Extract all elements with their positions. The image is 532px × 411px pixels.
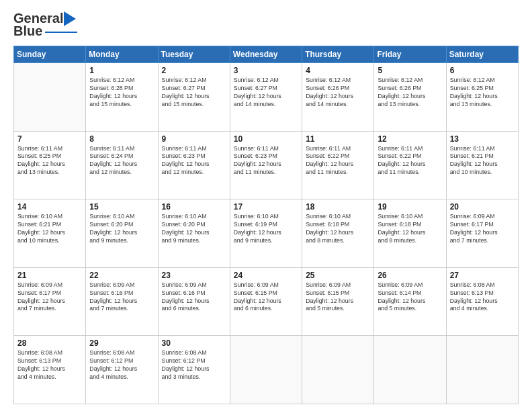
table-row: 12Sunrise: 6:11 AMSunset: 6:22 PMDayligh… xyxy=(374,131,446,199)
day-info: Sunrise: 6:11 AMSunset: 6:22 PMDaylight:… xyxy=(306,145,370,177)
table-row: 5Sunrise: 6:12 AMSunset: 6:26 PMDaylight… xyxy=(374,63,446,132)
day-info: Sunrise: 6:11 AMSunset: 6:21 PMDaylight:… xyxy=(450,145,515,177)
col-wednesday: Wednesday xyxy=(230,46,302,63)
day-info: Sunrise: 6:10 AMSunset: 6:18 PMDaylight:… xyxy=(378,213,442,245)
day-number: 8 xyxy=(89,134,154,144)
table-row: 28Sunrise: 6:08 AMSunset: 6:13 PMDayligh… xyxy=(14,336,86,404)
day-info: Sunrise: 6:09 AMSunset: 6:17 PMDaylight:… xyxy=(17,281,82,314)
table-row: 7Sunrise: 6:11 AMSunset: 6:25 PMDaylight… xyxy=(14,131,86,199)
day-number: 11 xyxy=(306,134,370,144)
col-saturday: Saturday xyxy=(446,46,518,63)
day-info: Sunrise: 6:09 AMSunset: 6:17 PMDaylight:… xyxy=(450,213,515,245)
header: General Blue xyxy=(13,11,519,39)
col-friday: Friday xyxy=(374,46,446,63)
table-row: 29Sunrise: 6:08 AMSunset: 6:12 PMDayligh… xyxy=(86,336,158,404)
day-number: 19 xyxy=(378,202,442,212)
day-info: Sunrise: 6:12 AMSunset: 6:27 PMDaylight:… xyxy=(234,77,298,109)
day-number: 22 xyxy=(89,271,154,280)
table-row xyxy=(14,63,86,132)
day-number: 14 xyxy=(17,202,82,212)
day-number: 1 xyxy=(89,66,154,75)
day-info: Sunrise: 6:10 AMSunset: 6:21 PMDaylight:… xyxy=(17,213,82,245)
table-row: 30Sunrise: 6:08 AMSunset: 6:12 PMDayligh… xyxy=(158,336,230,404)
table-row: 26Sunrise: 6:09 AMSunset: 6:14 PMDayligh… xyxy=(374,267,446,336)
table-row: 14Sunrise: 6:10 AMSunset: 6:21 PMDayligh… xyxy=(14,199,86,268)
day-number: 21 xyxy=(17,271,82,280)
day-info: Sunrise: 6:08 AMSunset: 6:12 PMDaylight:… xyxy=(89,349,154,381)
table-row xyxy=(374,336,446,404)
table-row: 17Sunrise: 6:10 AMSunset: 6:19 PMDayligh… xyxy=(230,199,302,268)
table-row: 4Sunrise: 6:12 AMSunset: 6:26 PMDaylight… xyxy=(302,63,374,132)
table-row: 27Sunrise: 6:08 AMSunset: 6:13 PMDayligh… xyxy=(446,267,518,336)
day-number: 12 xyxy=(378,134,442,144)
col-sunday: Sunday xyxy=(14,46,86,63)
day-number: 6 xyxy=(450,66,515,75)
table-row: 16Sunrise: 6:10 AMSunset: 6:20 PMDayligh… xyxy=(158,199,230,268)
calendar-row: 7Sunrise: 6:11 AMSunset: 6:25 PMDaylight… xyxy=(14,131,519,199)
day-info: Sunrise: 6:10 AMSunset: 6:19 PMDaylight:… xyxy=(234,213,298,245)
calendar-row: 21Sunrise: 6:09 AMSunset: 6:17 PMDayligh… xyxy=(14,267,519,336)
table-row: 25Sunrise: 6:09 AMSunset: 6:15 PMDayligh… xyxy=(302,267,374,336)
table-row: 13Sunrise: 6:11 AMSunset: 6:21 PMDayligh… xyxy=(446,131,518,199)
calendar-row: 14Sunrise: 6:10 AMSunset: 6:21 PMDayligh… xyxy=(14,199,519,268)
table-row: 2Sunrise: 6:12 AMSunset: 6:27 PMDaylight… xyxy=(158,63,230,132)
day-number: 18 xyxy=(306,202,370,212)
day-number: 2 xyxy=(162,66,226,75)
day-info: Sunrise: 6:08 AMSunset: 6:13 PMDaylight:… xyxy=(450,281,515,314)
day-info: Sunrise: 6:09 AMSunset: 6:15 PMDaylight:… xyxy=(306,281,370,314)
calendar-row: 1Sunrise: 6:12 AMSunset: 6:28 PMDaylight… xyxy=(14,63,519,132)
col-thursday: Thursday xyxy=(302,46,374,63)
table-row xyxy=(230,336,302,404)
table-row: 24Sunrise: 6:09 AMSunset: 6:15 PMDayligh… xyxy=(230,267,302,336)
day-number: 16 xyxy=(162,202,226,212)
day-number: 24 xyxy=(234,271,298,280)
day-info: Sunrise: 6:11 AMSunset: 6:25 PMDaylight:… xyxy=(17,145,82,177)
table-row: 22Sunrise: 6:09 AMSunset: 6:16 PMDayligh… xyxy=(86,267,158,336)
day-number: 7 xyxy=(17,134,82,144)
logo-blue: Blue xyxy=(13,24,42,39)
day-number: 5 xyxy=(378,66,442,75)
table-row: 8Sunrise: 6:11 AMSunset: 6:24 PMDaylight… xyxy=(86,131,158,199)
day-info: Sunrise: 6:12 AMSunset: 6:25 PMDaylight:… xyxy=(450,77,515,109)
day-info: Sunrise: 6:09 AMSunset: 6:16 PMDaylight:… xyxy=(89,281,154,314)
day-info: Sunrise: 6:10 AMSunset: 6:20 PMDaylight:… xyxy=(89,213,154,245)
day-number: 27 xyxy=(450,271,515,280)
col-tuesday: Tuesday xyxy=(158,46,230,63)
table-row: 20Sunrise: 6:09 AMSunset: 6:17 PMDayligh… xyxy=(446,199,518,268)
day-info: Sunrise: 6:12 AMSunset: 6:26 PMDaylight:… xyxy=(306,77,370,109)
table-row: 18Sunrise: 6:10 AMSunset: 6:18 PMDayligh… xyxy=(302,199,374,268)
table-row: 10Sunrise: 6:11 AMSunset: 6:23 PMDayligh… xyxy=(230,131,302,199)
day-number: 3 xyxy=(234,66,298,75)
day-number: 25 xyxy=(306,271,370,280)
logo-arrow-icon xyxy=(64,11,76,26)
day-info: Sunrise: 6:10 AMSunset: 6:20 PMDaylight:… xyxy=(162,213,226,245)
table-row: 11Sunrise: 6:11 AMSunset: 6:22 PMDayligh… xyxy=(302,131,374,199)
calendar-header-row: Sunday Monday Tuesday Wednesday Thursday… xyxy=(14,46,519,63)
day-info: Sunrise: 6:11 AMSunset: 6:22 PMDaylight:… xyxy=(378,145,442,177)
day-number: 17 xyxy=(234,202,298,212)
day-number: 29 xyxy=(89,338,154,348)
day-info: Sunrise: 6:08 AMSunset: 6:12 PMDaylight:… xyxy=(162,349,226,381)
day-info: Sunrise: 6:12 AMSunset: 6:28 PMDaylight:… xyxy=(89,77,154,109)
table-row: 21Sunrise: 6:09 AMSunset: 6:17 PMDayligh… xyxy=(14,267,86,336)
table-row: 23Sunrise: 6:09 AMSunset: 6:16 PMDayligh… xyxy=(158,267,230,336)
day-number: 30 xyxy=(162,338,226,348)
day-number: 28 xyxy=(17,338,82,348)
table-row xyxy=(302,336,374,404)
day-info: Sunrise: 6:08 AMSunset: 6:13 PMDaylight:… xyxy=(17,349,82,381)
day-number: 26 xyxy=(378,271,442,280)
day-number: 10 xyxy=(234,134,298,144)
calendar-table: Sunday Monday Tuesday Wednesday Thursday… xyxy=(13,46,519,404)
calendar-row: 28Sunrise: 6:08 AMSunset: 6:13 PMDayligh… xyxy=(14,336,519,404)
table-row: 6Sunrise: 6:12 AMSunset: 6:25 PMDaylight… xyxy=(446,63,518,132)
day-number: 4 xyxy=(306,66,370,75)
day-number: 15 xyxy=(89,202,154,212)
day-info: Sunrise: 6:11 AMSunset: 6:23 PMDaylight:… xyxy=(234,145,298,177)
day-info: Sunrise: 6:09 AMSunset: 6:14 PMDaylight:… xyxy=(378,281,442,314)
day-info: Sunrise: 6:11 AMSunset: 6:23 PMDaylight:… xyxy=(162,145,226,177)
day-info: Sunrise: 6:11 AMSunset: 6:24 PMDaylight:… xyxy=(89,145,154,177)
col-monday: Monday xyxy=(86,46,158,63)
table-row: 19Sunrise: 6:10 AMSunset: 6:18 PMDayligh… xyxy=(374,199,446,268)
day-info: Sunrise: 6:12 AMSunset: 6:26 PMDaylight:… xyxy=(378,77,442,109)
logo: General Blue xyxy=(13,11,77,39)
